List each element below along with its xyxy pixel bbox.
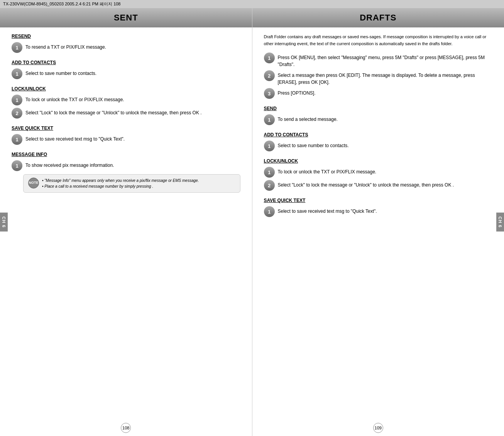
message-info-step-1: 1 To show received pix message informati… [12,160,240,171]
step-circle-sqd1: 1 [264,206,275,217]
sent-content: RESEND 1 To resend a TXT or PIX/FLIX mes… [0,34,252,193]
lock-unlock-sent-step-1-text: To lock or unlock the TXT or PIX/FLIX me… [25,95,124,103]
page-number-left: 108 [121,423,131,433]
section-resend: RESEND 1 To resend a TXT or PIX/FLIX mes… [12,34,240,53]
save-quick-sent-title: SAVE QUICK TEXT [12,126,240,131]
drafts-content: Draft Folder contains any draft messages… [252,34,504,217]
step-circle-d1: 1 [264,53,275,63]
send-drafts-step-1-text: To send a selected message. [278,114,338,123]
drafts-step-1: 1 Press OK [MENU], then select "Messagin… [264,53,493,68]
add-contacts-drafts-step-1-text: Select to save number to contacts. [278,141,349,149]
drafts-step-2-text: Select a message then press OK [EDIT]. T… [278,70,493,86]
add-contacts-drafts-step-1: 1 Select to save number to contacts. [264,141,493,151]
ch-label-left: CH 6 [0,212,8,231]
save-quick-drafts-title: SAVE QUICK TEXT [264,198,493,203]
ch-label-right: CH 6 [496,212,504,231]
drafts-step-3: 3 Press [OPTIONS]. [264,88,493,99]
step-circle-send1: 1 [264,114,275,125]
lock-unlock-drafts-step-2: 2 Select "Lock" to lock the message or "… [264,180,493,191]
add-contacts-drafts-title: ADD TO CONTACTS [264,132,493,137]
lock-unlock-drafts-step-2-text: Select "Lock" to lock the message or "Un… [278,180,454,188]
step-circle-d3: 3 [264,88,275,99]
step-circle-lud2: 2 [264,180,275,191]
step-circle-1: 1 [12,42,22,53]
section-message-info: MESSAGE INFO 1 To show received pix mess… [12,152,240,193]
section-add-contacts-sent: ADD TO CONTACTS 1 Select to save number … [12,60,240,79]
lock-unlock-drafts-title: LOCK/UNLOCK [264,158,493,164]
step-circle-lud1: 1 [264,167,275,178]
topbar-text: TX-230VW(CDM-8945)_050203 2005.2.4 6:21 … [3,2,121,6]
page-number-right: 109 [373,423,383,433]
step-circle-lock2: 2 [12,108,22,119]
section-send-drafts: SEND 1 To send a selected message. [264,106,493,125]
add-contacts-sent-title: ADD TO CONTACTS [12,60,240,65]
sent-page: SENT RESEND 1 To resend a TXT or PIX/FLI… [0,8,252,436]
lock-unlock-sent-step-2: 2 Select "Lock" to lock the message or "… [12,108,240,119]
save-quick-sent-step-1: 1 Select to save received text msg to "Q… [12,134,240,145]
section-drafts-main: 1 Press OK [MENU], then select "Messagin… [264,53,493,99]
section-save-quick-sent: SAVE QUICK TEXT 1 Select to save receive… [12,126,240,145]
lock-unlock-sent-step-1: 1 To lock or unlock the TXT or PIX/FLIX … [12,95,240,105]
sent-header: SENT [0,8,252,27]
lock-unlock-sent-step-2-text: Select "Lock" to lock the message or "Un… [25,108,202,116]
lock-unlock-drafts-step-1-text: To lock or unlock the TXT or PIX/FLIX me… [278,167,377,175]
drafts-header: DRAFTS [252,8,504,27]
step-circle-add1: 1 [12,68,22,79]
section-add-contacts-drafts: ADD TO CONTACTS 1 Select to save number … [264,132,493,151]
add-contacts-sent-step-1-text: Select to save number to contacts. [25,68,96,77]
sent-title: SENT [0,13,252,23]
message-info-title: MESSAGE INFO [12,152,240,157]
resend-step-1: 1 To resend a TXT or PIX/FLIX message. [12,42,240,53]
lock-unlock-drafts-step-1: 1 To lock or unlock the TXT or PIX/FLIX … [264,167,493,178]
drafts-step-1-text: Press OK [MENU], then select "Messaging"… [278,53,493,68]
message-info-note: NOTE • "Message Info" menu appears only … [23,174,240,193]
step-circle-d2: 2 [264,70,275,81]
save-quick-drafts-step-1-text: Select to save received text msg to "Qui… [278,206,377,215]
resend-title: RESEND [12,34,240,39]
drafts-step-2: 2 Select a message then press OK [EDIT].… [264,70,493,86]
note-line-2: • Place a call to a received message num… [42,184,153,188]
drafts-title: DRAFTS [252,13,504,23]
drafts-step-3-text: Press [OPTIONS]. [278,88,316,97]
section-lock-unlock-drafts: LOCK/UNLOCK 1 To lock or unlock the TXT … [264,158,493,191]
note-text: • "Message Info" menu appears only when … [42,178,199,189]
section-save-quick-drafts: SAVE QUICK TEXT 1 Select to save receive… [264,198,493,217]
message-info-step-1-text: To show received pix message information… [25,160,114,169]
send-drafts-title: SEND [264,106,493,111]
lock-unlock-sent-title: LOCK/UNLOCK [12,86,240,92]
section-lock-unlock-sent: LOCK/UNLOCK 1 To lock or unlock the TXT … [12,86,240,119]
save-quick-sent-step-1-text: Select to save received text msg to "Qui… [25,134,125,143]
drafts-page: DRAFTS Draft Folder contains any draft m… [252,8,504,436]
step-circle-mi1: 1 [12,160,22,171]
note-line-1: • "Message Info" menu appears only when … [42,178,199,183]
add-contacts-sent-step-1: 1 Select to save number to contacts. [12,68,240,79]
drafts-intro: Draft Folder contains any draft messages… [264,34,493,47]
note-badge: NOTE [28,178,39,188]
step-circle-lock1: 1 [12,95,22,105]
resend-step-1-text: To resend a TXT or PIX/FLIX message. [25,42,106,51]
save-quick-drafts-step-1: 1 Select to save received text msg to "Q… [264,206,493,217]
step-circle-sq1: 1 [12,134,22,145]
send-drafts-step-1: 1 To send a selected message. [264,114,493,125]
step-circle-acd1: 1 [264,141,275,151]
top-bar: TX-230VW(CDM-8945)_050203 2005.2.4 6:21 … [0,0,504,8]
